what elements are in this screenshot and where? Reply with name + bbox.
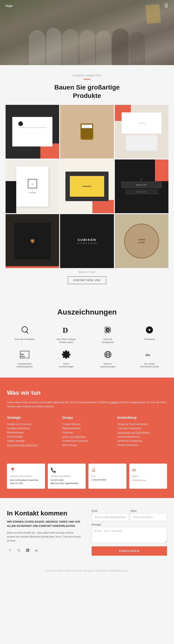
portfolio-item-6[interactable]: 02 MOCKUP MOCKUP bbox=[115, 160, 169, 213]
award-icon-2: D bbox=[60, 324, 72, 336]
portfolio-item-1[interactable] bbox=[5, 105, 59, 158]
was-item-d5[interactable]: Visuelle Asset-Erstellung bbox=[62, 439, 112, 443]
award-item-2: D Das Online Package Design Awards bbox=[47, 324, 85, 344]
was-description: Lorem ipsum dolor sit amet, consectetur … bbox=[7, 400, 167, 409]
award-label-5: Amerikanischer Grafikdesignpreis bbox=[14, 362, 35, 368]
name-field-wrapper: Name bbox=[131, 510, 167, 521]
award-label-3: Dänische Designpreise bbox=[97, 338, 118, 344]
in-kontakt-form: Email Name Message EINRICHTEN bbox=[92, 510, 167, 556]
portfolio-item-8[interactable]: CUBIKEN BITCHEN DESIGN bbox=[60, 214, 114, 268]
award-icon-3 bbox=[102, 324, 114, 336]
was-item-d1[interactable]: Creative Direction bbox=[62, 422, 112, 426]
form-row-email-name: Email Name bbox=[92, 510, 167, 521]
award-icon-4 bbox=[143, 324, 156, 336]
svg-point-24 bbox=[28, 550, 29, 550]
was-item-s6[interactable]: Conversion-Rate-Optimierung bbox=[7, 443, 57, 447]
social-links: f 𝕏 in bbox=[7, 547, 82, 553]
linkedin-icon[interactable]: in bbox=[33, 547, 39, 553]
nav-logo: logo bbox=[5, 4, 13, 8]
svg-text:D: D bbox=[63, 326, 68, 334]
name-label: Name bbox=[131, 510, 167, 512]
arbeiten-section: UNSERE ARBEITEN Bauen Sie großartigeProd… bbox=[0, 65, 174, 298]
instagram-icon[interactable] bbox=[25, 547, 31, 553]
message-input[interactable] bbox=[92, 527, 167, 543]
section-title: Bauen Sie großartigeProdukte bbox=[5, 83, 169, 100]
contact-card-office: 📍 UNSER HAUPTBÜRO Suite 94 Broadway Stre… bbox=[7, 464, 45, 489]
was-col-title-entwicklung: Entwicklung bbox=[117, 416, 167, 420]
was-item-e2[interactable]: Full-Stack-Entwicklung bbox=[117, 426, 167, 430]
award-icon-5: GD USA bbox=[18, 348, 31, 360]
was-item-d6[interactable]: Motion Design bbox=[62, 443, 112, 447]
award-item-8: ℒIA Die London International Awards bbox=[131, 348, 169, 368]
was-col-strategie: Strategie Analytik und Forschung Interak… bbox=[7, 416, 57, 447]
contact-value-phone: 214-876-5400 888-0123-4567 (gebührenfrei… bbox=[51, 479, 78, 485]
twitter-icon[interactable]: 𝕏 bbox=[16, 547, 22, 553]
was-item-d2[interactable]: Markenlineitlitäten bbox=[62, 426, 112, 430]
award-label-1: Preis des Kreativitets bbox=[15, 338, 34, 341]
portfolio-item-7[interactable]: 🦁 bbox=[5, 214, 59, 268]
was-item-s3[interactable]: Markenstrategie bbox=[7, 430, 57, 435]
svg-point-3 bbox=[107, 329, 109, 331]
was-item-s1[interactable]: Analytik und Forschung bbox=[7, 422, 57, 426]
email-icon: ✉ bbox=[132, 467, 136, 473]
award-item-5: GD USA Amerikanischer Grafikdesignpreis bbox=[5, 348, 44, 368]
award-item-6: D&AD Auszeichnungen bbox=[47, 348, 85, 368]
submit-button[interactable]: EINRICHTEN bbox=[92, 546, 167, 556]
section-tag: UNSERE ARBEITEN bbox=[5, 74, 169, 77]
in-kontakt-left: In Kontakt kommen WIR KÖNNEN ZUVERLÄSSIG… bbox=[7, 510, 82, 553]
kontakt-button[interactable]: KONTAKTIERE UNS bbox=[68, 276, 106, 284]
was-item-d3[interactable]: Prototypen bbox=[62, 430, 112, 435]
was-item-e4[interactable]: Leistungsoptimierung bbox=[117, 435, 167, 439]
email-input[interactable] bbox=[92, 513, 128, 521]
award-item-3: Dänische Designpreise bbox=[89, 324, 127, 344]
portfolio-item-5[interactable]: BRANDING bbox=[60, 160, 114, 213]
award-label-2: Das Online Package Design Awards bbox=[56, 338, 77, 344]
contact-label-phone: TELEFONNUMMER bbox=[51, 475, 71, 477]
navigation: logo ☰ bbox=[0, 0, 174, 11]
contact-card-fax: 🖨 FAX 1-234-567-8900 bbox=[88, 464, 126, 489]
was-item-e5[interactable]: WordPress-Entwicklung bbox=[117, 439, 167, 443]
award-item-1: Preis des Kreativitets bbox=[5, 324, 44, 344]
auszeichnungen-title: Auszeichnungen bbox=[5, 307, 169, 317]
was-item-s4[interactable]: Inhaltsstrategie bbox=[7, 435, 57, 439]
award-item-4: Pentawards bbox=[131, 324, 169, 344]
email-field-wrapper: Email bbox=[92, 510, 128, 521]
portfolio-item-2[interactable] bbox=[60, 105, 114, 158]
portfolio-item-3[interactable]: Yae Day bbox=[115, 105, 169, 158]
email-label: Email bbox=[92, 510, 128, 512]
award-icon-7 bbox=[102, 348, 114, 360]
was-col-title-design: Design bbox=[62, 416, 112, 420]
in-kontakt-desc: Etiam sit amet convallis est - class apt… bbox=[7, 531, 82, 543]
svg-line-1 bbox=[26, 332, 28, 333]
contact-label-fax: FAX bbox=[91, 475, 96, 477]
svg-point-23 bbox=[27, 550, 28, 551]
was-item-s5[interactable]: Digitale Strategie bbox=[7, 439, 57, 443]
hamburger-icon[interactable]: ☰ bbox=[164, 3, 169, 8]
was-item-e6[interactable]: Shopify-Entwicklung bbox=[117, 443, 167, 447]
was-item-s2[interactable]: Interaktive Workshops bbox=[7, 426, 57, 430]
facebook-icon[interactable]: f bbox=[7, 547, 13, 553]
auszeichnungen-section: Auszeichnungen Preis des Kreativitets D … bbox=[0, 298, 174, 378]
was-item-e3[interactable]: Integrationen von Drittanbietern bbox=[117, 430, 167, 435]
svg-text:USA: USA bbox=[21, 355, 25, 358]
message-field-wrapper: Message bbox=[92, 523, 167, 544]
was-item-e1[interactable]: Design der Systemarchitektur bbox=[117, 422, 167, 426]
freepik-note: Bilder von Freepik bbox=[5, 271, 169, 273]
was-col-entwicklung: Entwicklung Design der Systemarchitektur… bbox=[117, 416, 167, 447]
in-kontakt-inner: In Kontakt kommen WIR KÖNNEN ZUVERLÄSSIG… bbox=[7, 510, 167, 556]
contact-value-office: Suite 94 Broadway Street New York, NY 10… bbox=[10, 479, 38, 485]
portfolio-grid: Yae Day △ ZDESIGNER BRANDING bbox=[5, 105, 169, 268]
portfolio-item-4[interactable]: △ ZDESIGNER bbox=[5, 160, 59, 213]
portfolio-item-9[interactable]: STORESTAMP bbox=[115, 214, 169, 268]
contact-cards-grid: 📍 UNSER HAUPTBÜRO Suite 94 Broadway Stre… bbox=[7, 464, 167, 489]
contact-label-email: EMAIL bbox=[132, 475, 139, 477]
contact-value-fax: 1-234-567-8900 bbox=[91, 478, 106, 482]
contact-label-office: UNSER HAUPTBÜRO bbox=[10, 475, 32, 477]
location-icon: 📍 bbox=[10, 467, 15, 473]
wave-decoration bbox=[84, 79, 90, 80]
name-input[interactable] bbox=[131, 513, 167, 521]
svg-point-5 bbox=[148, 329, 151, 331]
message-label: Message bbox=[92, 523, 167, 526]
was-item-d4[interactable]: UI/UX- und Webdesign bbox=[62, 435, 112, 439]
phone-icon: 📞 bbox=[51, 467, 56, 473]
